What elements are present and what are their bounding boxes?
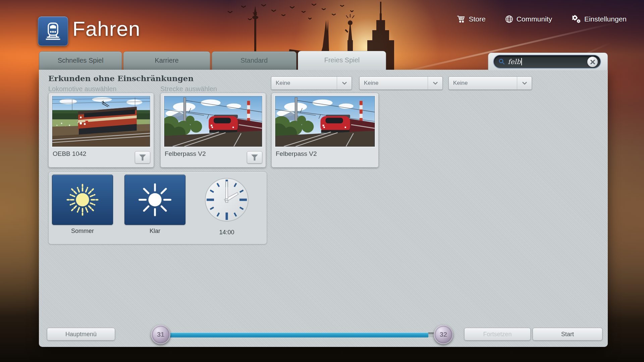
train-icon [43,21,63,41]
locomotive-select-label: Lokomotive auswählen [48,85,116,93]
locomotive-card[interactable]: OEBB 1042 [48,93,154,168]
search-query-text: felb [508,58,521,66]
free-roam-panel: Erkunden ohne Einschränkungen Lokomotive… [39,70,608,347]
slider-end-badge[interactable]: 32 [434,325,453,344]
settings-label: Einstellungen [584,15,627,23]
section-heading: Erkunden ohne Einschränkungen [48,74,194,83]
chevron-down-icon [337,77,352,89]
route-card[interactable]: Felberpass V2 [160,93,266,168]
settings-button[interactable]: Einstellungen [572,15,627,23]
route-progress-slider[interactable] [164,333,439,338]
locomotive-filter-button[interactable] [135,151,150,164]
close-icon [590,60,595,64]
page-title: Fahren [72,17,140,41]
funnel-icon [139,154,146,161]
store-label: Store [469,15,486,23]
search-input[interactable]: felb [494,55,600,68]
filter-dropdown-3[interactable]: Keine [448,76,532,90]
scenario-card[interactable]: Felberpass V2 [271,93,379,168]
locomotive-name: OEBB 1042 [53,150,86,158]
tab-schnelles-spiel[interactable]: Schnelles Spiel [39,51,122,70]
search-panel: felb [488,53,608,70]
dropdown-value: Keine [449,80,517,86]
sun-yellow-icon [63,180,102,220]
route-select-label: Strecke auswählen [160,85,217,93]
train-simulator-menu: Fahren Store Community [0,0,644,362]
conditions-panel: Sommer Klar [48,172,267,244]
filter-dropdown-2[interactable]: Keine [359,76,443,90]
globe-icon [505,15,513,23]
tab-karriere[interactable]: Karriere [123,51,210,70]
weather-label: Klar [124,228,185,235]
app-logo [38,16,68,46]
season-label: Sommer [52,228,113,235]
scenario-thumbnail [275,96,375,147]
dropdown-value: Keine [360,80,428,86]
search-icon [498,58,505,65]
cart-icon [457,15,466,23]
top-navigation: Store Community Einstellung [457,15,627,23]
dropdown-value: Keine [271,80,337,86]
community-button[interactable]: Community [505,15,552,23]
tab-freies-spiel[interactable]: Freies Spiel [298,51,386,70]
text-cursor [521,58,522,65]
chevron-down-icon [517,77,532,89]
slider-progress-fill [164,333,428,338]
sun-white-icon [135,180,175,220]
route-name: Felberpass V2 [165,150,206,158]
store-button[interactable]: Store [457,15,486,23]
route-filter-button[interactable] [247,151,262,164]
slider-start-badge[interactable]: 31 [151,325,170,344]
main-menu-button[interactable]: Hauptmenü [47,328,115,341]
filter-dropdown-1[interactable]: Keine [271,76,352,90]
route-thumbnail [164,96,262,147]
clear-search-button[interactable] [587,57,598,67]
scenario-name: Felberpass V2 [276,150,317,158]
chevron-down-icon [428,77,442,89]
start-button[interactable]: Start [533,328,602,341]
time-label: 14:00 [204,229,249,236]
tab-standard[interactable]: Standard [212,51,297,70]
season-tile[interactable] [52,175,113,225]
time-of-day-clock[interactable] [204,177,249,222]
weather-tile[interactable] [124,175,185,225]
locomotive-thumbnail [52,96,150,147]
gears-icon [572,15,581,23]
continue-button[interactable]: Fortsetzen [464,328,531,341]
community-label: Community [517,15,552,23]
funnel-icon [251,154,258,161]
